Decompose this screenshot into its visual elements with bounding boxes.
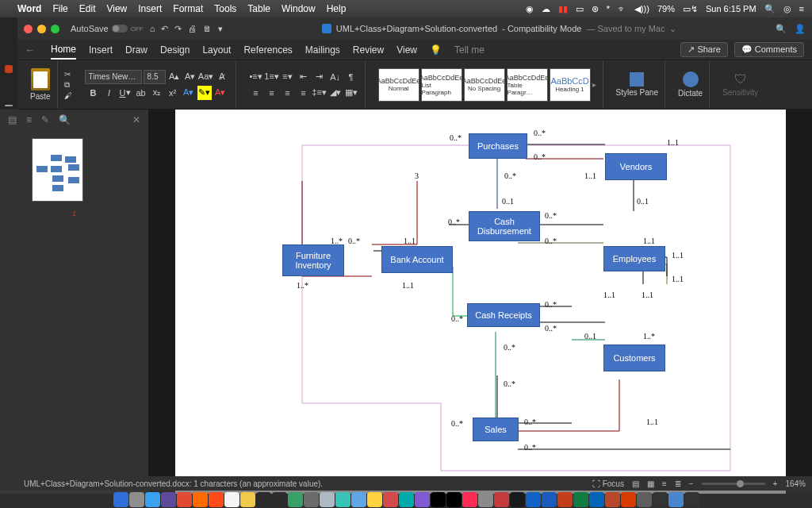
tab-layout[interactable]: Layout — [202, 44, 231, 56]
page-thumbnail-1[interactable] — [32, 138, 83, 202]
bullets-button[interactable]: •≡▾ — [249, 70, 263, 84]
paste-icon[interactable] — [31, 68, 50, 90]
underline-button[interactable]: U▾ — [118, 86, 132, 100]
subscript-button[interactable]: x₂ — [150, 86, 164, 100]
menubar-app-name[interactable]: Word — [17, 3, 41, 14]
borders-button[interactable]: ▦▾ — [344, 86, 358, 100]
dock-app-8[interactable] — [240, 492, 255, 507]
grow-font-button[interactable]: A▴ — [167, 70, 182, 84]
bluetooth-icon[interactable]: * — [607, 4, 610, 13]
display-icon[interactable]: ▭ — [576, 4, 584, 14]
entity-cash-disbursement[interactable]: Cash Disbursement — [469, 211, 540, 241]
rail-item[interactable] — [5, 65, 13, 73]
menu-format[interactable]: Format — [173, 3, 203, 14]
entity-bank-account[interactable]: Bank Account — [381, 246, 453, 273]
close-window-button[interactable] — [24, 25, 33, 33]
superscript-button[interactable]: x² — [166, 86, 180, 100]
menu-edit[interactable]: Edit — [79, 3, 96, 14]
dock-app-13[interactable] — [320, 492, 335, 507]
dock-app-22[interactable] — [462, 492, 477, 507]
strike-button[interactable]: ab — [134, 86, 148, 100]
view-outline-icon[interactable]: ≡ — [662, 479, 667, 488]
menu-insert[interactable]: Insert — [138, 3, 162, 14]
font-size-select[interactable] — [144, 70, 166, 84]
text-effects-button[interactable]: A▾ — [182, 86, 196, 100]
minimize-window-button[interactable] — [37, 25, 46, 33]
styles-pane-button[interactable]: Styles Pane — [610, 60, 665, 109]
qat-more-icon[interactable]: ▾ — [218, 24, 223, 34]
dock-app-6[interactable] — [209, 492, 224, 507]
menu-tools[interactable]: Tools — [214, 3, 236, 14]
indent-button[interactable]: ⇥ — [312, 70, 327, 84]
dock-app-30[interactable] — [589, 492, 604, 507]
qat-redo-icon[interactable]: ↷ — [174, 24, 182, 34]
shrink-font-button[interactable]: A▾ — [183, 70, 197, 84]
change-case-button[interactable]: Aa▾ — [199, 70, 213, 84]
menubar-clock[interactable]: Sun 6:15 PM — [706, 4, 756, 13]
dock-app-34[interactable] — [653, 492, 668, 507]
font-color-button[interactable]: A▾ — [213, 86, 228, 100]
tab-review[interactable]: Review — [353, 44, 384, 56]
sync-icon[interactable]: ⊛ — [592, 4, 599, 14]
document-area[interactable]: Purchases Vendors Cash Disbursement Furn… — [149, 110, 812, 494]
entity-furniture-inventory[interactable]: Furniture Inventory — [282, 244, 344, 276]
back-icon[interactable]: ← — [25, 44, 35, 56]
align-right-button[interactable]: ≡ — [281, 86, 295, 100]
focus-mode-button[interactable]: ⛶ Focus — [592, 479, 624, 488]
clear-format-button[interactable]: A̷ — [215, 70, 229, 84]
style-table-para[interactable]: AaBbCcDdEeTable Paragr… — [507, 68, 548, 102]
nav-thumbnails-icon[interactable]: ▤ — [8, 114, 17, 125]
style-list-para[interactable]: AaBbCcDdEeList Paragraph — [421, 68, 462, 102]
autosave-toggle[interactable]: AutoSave OFF — [71, 24, 144, 33]
outdent-button[interactable]: ⇤ — [297, 70, 311, 84]
volume-icon[interactable]: ◀))) — [634, 4, 649, 14]
view-web-layout-icon[interactable]: ▦ — [647, 479, 654, 488]
dock-app-35[interactable] — [668, 492, 684, 507]
align-left-button[interactable]: ≡ — [249, 86, 263, 100]
dock-app-21[interactable] — [446, 492, 462, 507]
zoom-in-button[interactable]: + — [773, 479, 778, 488]
cloud-icon[interactable]: ☁ — [542, 4, 550, 14]
comments-button[interactable]: 💬 Comments — [734, 42, 804, 57]
nav-headings-icon[interactable]: ≡ — [26, 114, 32, 125]
zoom-window-button[interactable] — [51, 25, 59, 33]
dock-app-31[interactable] — [605, 492, 620, 507]
siri-icon[interactable]: ◎ — [783, 4, 791, 14]
dock-app-1[interactable] — [129, 492, 144, 507]
screen-record-icon[interactable]: ◉ — [526, 4, 534, 14]
style-no-spacing[interactable]: AaBbCcDdEeNo Spacing — [464, 68, 505, 102]
dock-app-20[interactable] — [431, 492, 446, 507]
menu-table[interactable]: Table — [247, 3, 270, 14]
control-center-icon[interactable]: ≡ — [799, 4, 804, 13]
dock-app-33[interactable] — [637, 492, 652, 507]
tellme-bulb-icon[interactable]: 💡 — [430, 44, 442, 56]
dock-app-10[interactable] — [272, 492, 287, 507]
dock-app-26[interactable] — [526, 492, 541, 507]
tab-insert[interactable]: Insert — [89, 44, 113, 56]
shading-button[interactable]: ◢▾ — [328, 86, 343, 100]
dock-app-29[interactable] — [573, 492, 588, 507]
document-page[interactable]: Purchases Vendors Cash Disbursement Furn… — [175, 110, 786, 494]
dock-app-4[interactable] — [177, 492, 192, 507]
dock-app-27[interactable] — [542, 492, 557, 507]
italic-button[interactable]: I — [102, 86, 117, 100]
tellme-input[interactable]: Tell me — [454, 44, 485, 56]
style-heading1[interactable]: AaBbCcDHeading 1 — [550, 68, 591, 102]
dock-app-9[interactable] — [256, 492, 271, 507]
align-center-button[interactable]: ≡ — [265, 86, 279, 100]
justify-button[interactable]: ≡ — [297, 86, 311, 100]
entity-employees[interactable]: Employees — [603, 246, 665, 271]
view-print-layout-icon[interactable]: ▤ — [632, 479, 639, 488]
tab-home[interactable]: Home — [51, 44, 76, 60]
highlight-button[interactable]: ✎▾ — [197, 86, 212, 100]
tab-draw[interactable]: Draw — [125, 44, 147, 56]
menu-help[interactable]: Help — [327, 3, 347, 14]
zoom-out-button[interactable]: − — [689, 479, 694, 488]
sensitivity-button[interactable]: 🛡 Sensitivity — [716, 60, 764, 109]
bold-button[interactable]: B — [86, 86, 101, 100]
dock-app-12[interactable] — [304, 492, 319, 507]
qat-undo-icon[interactable]: ↶ — [161, 24, 168, 34]
nav-edit-icon[interactable]: ✎ — [41, 114, 49, 125]
share-button[interactable]: ↗ Share — [680, 42, 727, 57]
dock-app-24[interactable] — [494, 492, 509, 507]
